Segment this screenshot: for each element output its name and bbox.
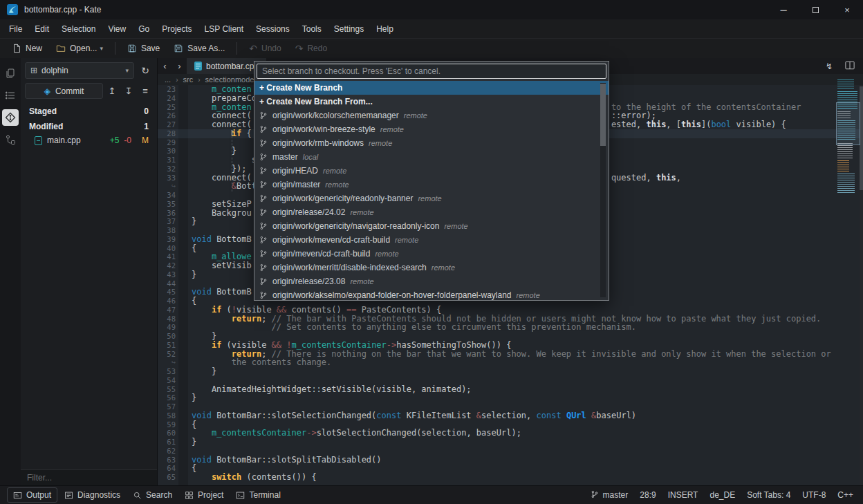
breadcrumb-item[interactable]: src xyxy=(183,75,194,84)
popup-scrollbar-thumb[interactable] xyxy=(600,84,606,146)
file-type[interactable]: C++ xyxy=(837,490,853,500)
menu-lsp-client[interactable]: LSP Client xyxy=(198,21,250,37)
panel-diagnostics-button[interactable]: Diagnostics xyxy=(59,488,126,502)
staged-section[interactable]: Staged 0 xyxy=(21,103,157,118)
branch-scope-tag: remote xyxy=(350,277,373,286)
minimap[interactable] xyxy=(837,80,859,198)
code-line[interactable]: 55 AnimatedHeightWidget::setVisible(visi… xyxy=(158,385,863,394)
create-branch-item[interactable]: + Create New Branch From... xyxy=(254,95,609,109)
code-line[interactable]: 63void BottomBar::slotSplitTabDisabled() xyxy=(158,456,863,465)
branch-item[interactable]: origin/work/genericity/navigator-readonl… xyxy=(254,219,609,233)
insert-mode[interactable]: INSERT xyxy=(668,490,698,500)
modified-section[interactable]: Modified 1 xyxy=(21,118,157,133)
diagnostics-list-icon[interactable] xyxy=(2,87,19,104)
panel-search-button[interactable]: Search xyxy=(127,488,178,502)
undo-button[interactable]: ↶ Undo xyxy=(243,41,287,56)
git-menu-button[interactable]: ≡ xyxy=(138,84,153,99)
menu-go[interactable]: Go xyxy=(132,21,156,37)
save-as-button[interactable]: Save As... xyxy=(167,41,231,56)
panel-output-button[interactable]: Output xyxy=(7,487,57,503)
nav-back-button[interactable]: ‹ xyxy=(158,58,172,74)
code-line[interactable]: 58void BottomBar::slotSelectionChanged(c… xyxy=(158,411,863,420)
documents-icon[interactable] xyxy=(2,65,19,82)
branch-item[interactable]: origin/release/23.08remote xyxy=(254,274,609,288)
git-pull-button[interactable]: ↧ xyxy=(121,84,136,99)
diagnostics-icon xyxy=(64,491,73,500)
line-number: 41 xyxy=(158,252,176,261)
git-panel: ⊞ dolphin ▾ ↻ ◈ Commit ↥ ↧ ≡ Staged 0 xyxy=(21,58,158,485)
branch-item[interactable]: origin/work/merritt/disable-indexed-sear… xyxy=(254,261,609,274)
quick-actions-icon[interactable]: ↯ xyxy=(826,62,833,71)
branch-item[interactable]: origin/work/kcolorschememanagerremote xyxy=(254,109,609,122)
code-line[interactable]: 60 m_contentsContainer->slotSelectionCha… xyxy=(158,429,863,438)
menu-view[interactable]: View xyxy=(102,21,132,37)
filter-input[interactable] xyxy=(21,469,157,485)
cursor-position[interactable]: 28:9 xyxy=(640,490,656,500)
line-number: 39 xyxy=(158,235,176,244)
branch-item[interactable]: masterlocal xyxy=(254,150,609,164)
close-button[interactable]: × xyxy=(831,0,863,19)
split-view-icon[interactable] xyxy=(845,61,855,72)
menu-sessions[interactable]: Sessions xyxy=(250,21,296,37)
git-tool-icon[interactable] xyxy=(2,109,19,126)
minimize-button[interactable]: ─ xyxy=(768,0,799,19)
panel-search-label: Search xyxy=(146,490,172,500)
code-line[interactable]: 61} xyxy=(158,438,863,447)
menu-edit[interactable]: Edit xyxy=(28,21,55,37)
branch-item[interactable]: origin/work/meven/cd-craft-buildremote xyxy=(254,233,609,247)
code-line[interactable]: 53 } xyxy=(158,367,863,376)
git-push-button[interactable]: ↥ xyxy=(104,84,120,99)
menu-tools[interactable]: Tools xyxy=(296,21,328,37)
code-line[interactable]: ↪ the contents change. xyxy=(158,358,863,367)
branch-label: + Create New Branch From... xyxy=(259,97,373,106)
branch-item[interactable]: origin/release/24.02remote xyxy=(254,205,609,219)
panel-project-label: Project xyxy=(198,490,223,500)
breadcrumb-item[interactable]: selectionmode xyxy=(205,75,254,84)
line-number: 56 xyxy=(158,393,176,402)
branch-indicator[interactable]: master xyxy=(591,490,629,501)
minimap-content xyxy=(837,80,854,89)
branch-item[interactable]: origin/HEADremote xyxy=(254,164,609,178)
open-button[interactable]: Open... ▾ xyxy=(50,41,109,56)
save-button[interactable]: Save xyxy=(121,41,166,56)
branch-scope-tag: remote xyxy=(395,236,418,244)
panel-terminal-button[interactable]: Terminal xyxy=(230,488,286,502)
branch-item[interactable]: origin/work/win-breeze-styleremote xyxy=(254,122,609,136)
refresh-button[interactable]: ↻ xyxy=(138,65,153,76)
panel-project-button[interactable]: Project xyxy=(179,488,229,502)
branch-item[interactable]: origin/work/genericity/readonly-bannerre… xyxy=(254,192,609,205)
code-line[interactable]: 65 switch (contents()) { xyxy=(158,473,863,482)
menu-projects[interactable]: Projects xyxy=(156,21,198,37)
popup-scrollbar[interactable] xyxy=(600,83,606,297)
branch-label: origin/HEAD xyxy=(272,166,318,176)
menu-selection[interactable]: Selection xyxy=(55,21,102,37)
menu-settings[interactable]: Settings xyxy=(328,21,370,37)
code-line[interactable]: 56} xyxy=(158,393,863,402)
menu-file[interactable]: File xyxy=(3,21,28,37)
create-branch-item[interactable]: + Create New Branch xyxy=(254,81,609,95)
git-branch-icon xyxy=(259,250,268,258)
symbols-icon[interactable] xyxy=(2,131,19,148)
code-line[interactable]: 49 // Set contents to anything else to c… xyxy=(158,323,863,332)
menu-help[interactable]: Help xyxy=(370,21,400,37)
branch-item[interactable]: origin/masterremote xyxy=(254,178,609,192)
branch-item[interactable]: origin/work/rmb-windowsremote xyxy=(254,136,609,150)
redo-button[interactable]: ↷ Redo xyxy=(289,41,333,56)
commit-button[interactable]: ◈ Commit xyxy=(25,83,103,99)
breadcrumb-item[interactable]: ... xyxy=(165,75,171,84)
branch-search-input[interactable] xyxy=(257,64,606,79)
new-button[interactable]: New xyxy=(6,41,48,56)
maximize-button[interactable] xyxy=(799,0,831,19)
keyboard-layout[interactable]: de_DE xyxy=(709,490,735,500)
branch-item[interactable]: origin/meven/cd-craft-buildremote xyxy=(254,247,609,261)
branch-item[interactable]: origin/work/akselmo/expand-folder-on-hov… xyxy=(254,288,609,300)
grid-icon: ⊞ xyxy=(30,66,37,75)
line-number: 48 xyxy=(158,315,176,324)
project-selector[interactable]: ⊞ dolphin ▾ xyxy=(25,62,134,79)
nav-forward-button[interactable]: › xyxy=(172,58,187,74)
line-number: 32 xyxy=(158,165,176,174)
modified-file-row[interactable]: main.cpp +5 -0 M xyxy=(21,133,157,147)
encoding[interactable]: UTF-8 xyxy=(802,490,826,500)
tab-settings[interactable]: Soft Tabs: 4 xyxy=(747,490,790,500)
minimap-viewport[interactable] xyxy=(836,102,860,145)
